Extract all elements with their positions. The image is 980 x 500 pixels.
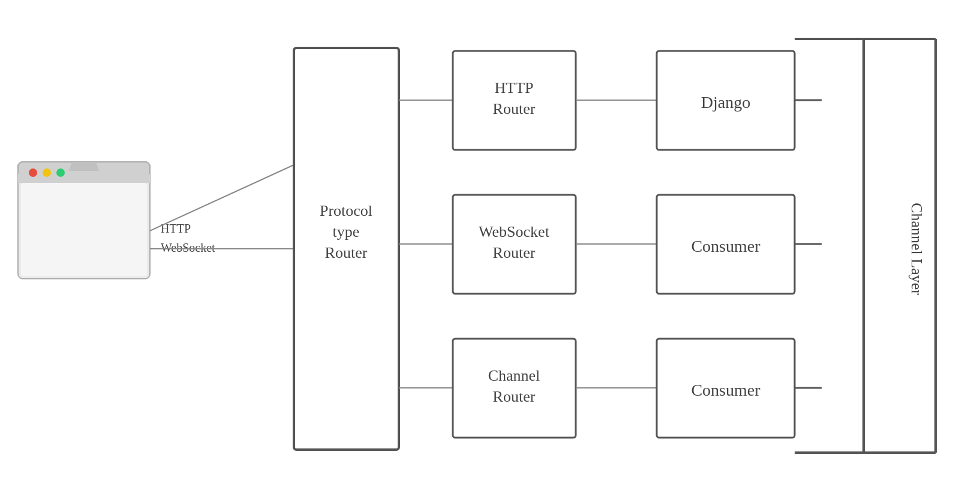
http-router-label-line1: HTTP bbox=[495, 79, 534, 97]
svg-point-5 bbox=[56, 168, 65, 177]
svg-point-4 bbox=[43, 168, 51, 177]
django-label: Django bbox=[701, 93, 750, 112]
channel-layer-label: Channel Layer bbox=[908, 203, 925, 295]
protocol-router-label-line2: type bbox=[333, 223, 360, 240]
diagram-container: HTTP WebSocket Protocol type Router HTTP… bbox=[0, 0, 980, 500]
protocol-router-label-line1: Protocol bbox=[320, 202, 372, 219]
svg-point-3 bbox=[29, 168, 37, 177]
protocol-router-label-line3: Router bbox=[325, 244, 368, 261]
websocket-router-label-line2: Router bbox=[493, 244, 536, 261]
svg-rect-6 bbox=[21, 183, 147, 276]
browser-window bbox=[18, 162, 150, 279]
websocket-router-label-line1: WebSocket bbox=[479, 223, 550, 240]
consumer2-label: Consumer bbox=[691, 381, 760, 399]
channel-router-label-line2: Router bbox=[493, 388, 536, 405]
svg-rect-2 bbox=[18, 174, 150, 183]
channel-router-label-line1: Channel bbox=[488, 367, 540, 384]
architecture-diagram: HTTP WebSocket Protocol type Router HTTP… bbox=[0, 0, 980, 500]
http-router-label-line2: Router bbox=[493, 100, 536, 118]
consumer1-label: Consumer bbox=[691, 237, 760, 255]
http-line bbox=[150, 165, 294, 231]
websocket-connection-label: WebSocket bbox=[161, 241, 215, 254]
